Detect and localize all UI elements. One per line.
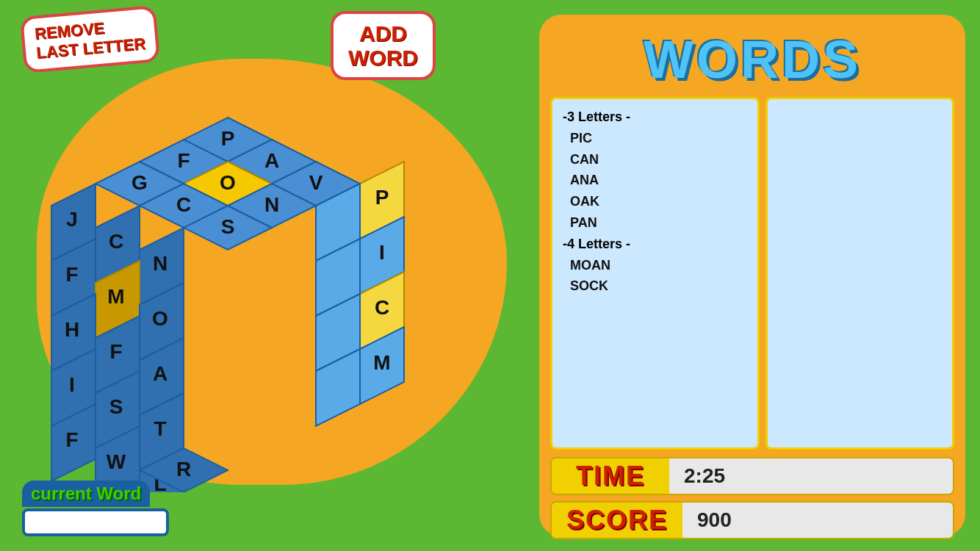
words-list-container: -3 Letters - PIC CAN ANA OAK PAN -4 Lett…	[550, 97, 954, 450]
cube-letter-0-2: V	[309, 171, 323, 194]
time-value: 2:25	[669, 458, 953, 494]
cube-left-letter-0-1: C	[109, 230, 123, 253]
score-label: SCORE	[552, 505, 682, 536]
cube-right-letter-3-0: M	[373, 351, 390, 374]
cube-area: .blue-top { fill: #4a8fd4; stroke: #1a5f…	[22, 73, 500, 500]
cube-right-letter-1-0: I	[379, 241, 385, 264]
score-row: SCORE 900	[550, 501, 954, 539]
word-pic: PIC	[563, 128, 747, 149]
cube-left-letter-1-2: O	[152, 307, 168, 330]
word-moan: MOAN	[563, 255, 747, 276]
cube-left-letter-0-2: N	[153, 252, 167, 275]
cube-left-letter-1-0: F	[65, 263, 78, 286]
cube-letter-2-0: G	[131, 171, 148, 194]
cube-left-letter-3-2: T	[154, 417, 166, 440]
cube-left-letter-4-1: W	[107, 450, 126, 473]
add-word-label: ADDWORD	[348, 21, 418, 70]
word-sock: SOCK	[563, 276, 747, 297]
cube-right-letter-2-0: C	[375, 296, 389, 319]
word-pan: PAN	[563, 212, 747, 234]
cube-left-letter-3-0: I	[69, 373, 75, 396]
four-letters-header: -4 Letters -	[563, 234, 747, 255]
cube-letter-0-0: P	[221, 127, 235, 150]
cube-letter-1-2: N	[264, 193, 279, 216]
cube-letter-0-1: A	[264, 149, 279, 172]
cube-svg: .blue-top { fill: #4a8fd4; stroke: #1a5f…	[22, 73, 478, 492]
remove-last-letter-label: REMOVELAST LETTER	[34, 15, 146, 64]
word-oak: OAK	[563, 191, 747, 212]
current-word-input[interactable]	[22, 508, 169, 536]
cube-left-letter-4-0: F	[65, 428, 78, 451]
cube-right-letter-0-0: P	[375, 186, 389, 209]
word-can: CAN	[563, 149, 747, 170]
remove-last-letter-button[interactable]: REMOVELAST LETTER	[20, 5, 160, 73]
time-score-area: TIME 2:25 SCORE 900	[550, 457, 954, 539]
cube-letter-2-2: S	[221, 215, 235, 238]
words-title: WORDS	[550, 29, 954, 90]
cube-left-letter-1-1: M	[107, 285, 124, 308]
word-ana: ANA	[563, 170, 747, 191]
cube-left-letter-2-1: F	[109, 340, 122, 363]
three-letters-header: -3 Letters -	[563, 107, 747, 128]
cube-letter-r: R	[176, 458, 191, 480]
cube-left-letter-3-1: S	[109, 395, 123, 418]
cube-letter-2-1: C	[176, 193, 191, 216]
add-word-button[interactable]: ADDWORD	[331, 11, 436, 80]
words-list-panel-right	[765, 97, 954, 450]
cube-letter-1-1: O	[220, 171, 236, 194]
current-word-label: current Word	[22, 480, 150, 507]
cube-letter-1-0: F	[177, 149, 190, 172]
current-word-area: current Word	[22, 480, 184, 536]
cube-left-letter-2-2: A	[153, 362, 167, 385]
time-row: TIME 2:25	[550, 457, 954, 495]
time-label: TIME	[552, 461, 669, 491]
cube-left-letter-2-0: H	[65, 318, 79, 341]
score-value: 900	[682, 503, 953, 538]
cube-left-letter-0-0: J	[66, 208, 78, 231]
words-list-panel-left: -3 Letters - PIC CAN ANA OAK PAN -4 Lett…	[550, 97, 760, 450]
right-panel: WORDS -3 Letters - PIC CAN ANA OAK PAN -…	[539, 15, 965, 536]
